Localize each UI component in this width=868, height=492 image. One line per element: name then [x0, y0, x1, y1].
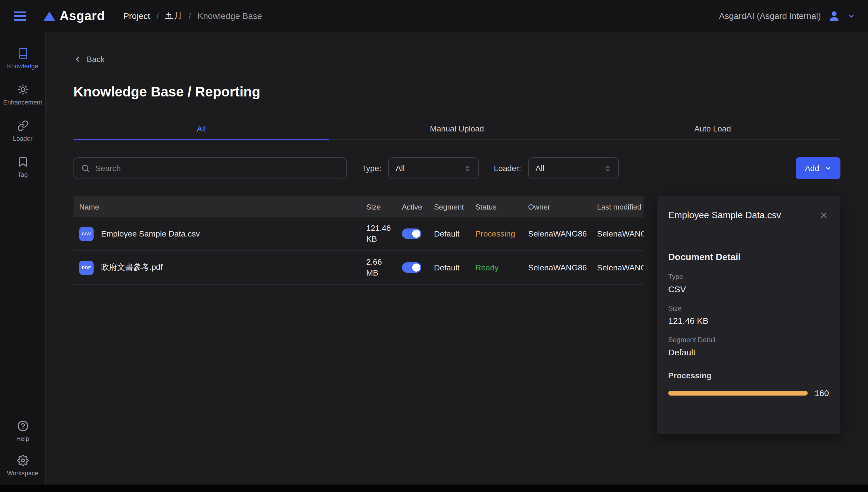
sun-icon — [17, 84, 28, 95]
loader-select[interactable]: All — [528, 157, 619, 179]
type-filter-label: Type: — [362, 164, 381, 173]
field-value-segment-detail: Default — [668, 347, 829, 357]
file-name: Employee Sample Data.csv — [101, 229, 200, 238]
sidebar-item-label: Tag — [18, 171, 28, 178]
app-shell: Knowledge Enhancement Loader Tag — [0, 31, 868, 485]
book-icon — [17, 48, 28, 59]
tab-manual-upload[interactable]: Manual Upload — [329, 117, 585, 140]
select-updown-icon — [464, 165, 472, 172]
chevron-down-icon — [825, 165, 831, 171]
column-header-last-modified: Last modified by — [591, 202, 644, 211]
column-header-segment: Segment — [428, 202, 470, 211]
tab-label: Manual Upload — [430, 124, 484, 133]
bottom-edge-strip — [0, 485, 868, 492]
type-select-value: All — [396, 164, 405, 173]
breadcrumb-current: Knowledge Base — [197, 11, 262, 21]
tab-label: Auto Load — [694, 124, 731, 133]
active-tab-indicator — [73, 139, 329, 140]
account-name: AsgardAI (Asgard Internal) — [719, 11, 821, 21]
page-title: Knowledge Base / Reporting — [73, 83, 840, 101]
file-name-cell: PDF 政府文書參考.pdf — [73, 260, 361, 275]
main-content: Back Knowledge Base / Reporting All Manu… — [46, 31, 868, 485]
logo-triangle-icon — [44, 11, 55, 20]
field-label-type: Type — [668, 273, 829, 281]
sidebar-item-label: Help — [16, 435, 29, 442]
sidebar-item-label: Loader — [13, 135, 33, 142]
breadcrumb: Project / 五月 / Knowledge Base — [123, 10, 262, 21]
toggle-knob — [412, 230, 420, 238]
last-modified-cell: SelenaWANG86 — [591, 263, 644, 272]
tab-auto-load[interactable]: Auto Load — [585, 117, 840, 140]
processing-label: Processing — [668, 371, 829, 380]
table-row[interactable]: PDF 政府文書參考.pdf 2.66 MB Default Ready Sel… — [73, 251, 644, 285]
table-header-row: Name Size Active Segment Status Owner La… — [73, 196, 644, 217]
sidebar-item-enhancement[interactable]: Enhancement — [0, 84, 45, 106]
add-button[interactable]: Add — [796, 157, 840, 179]
sidebar-bottom: Help Workspace — [0, 420, 45, 476]
drawer-section-title: Document Detail — [668, 252, 829, 262]
close-icon[interactable] — [819, 210, 829, 220]
search-icon — [81, 164, 90, 173]
drawer-title: Employee Sample Data.csv — [668, 210, 781, 220]
table-row[interactable]: CSV Employee Sample Data.csv 121.46 KB D… — [73, 217, 644, 251]
search-input[interactable] — [95, 164, 339, 173]
hamburger-menu-button[interactable] — [14, 11, 26, 20]
pdf-file-icon: PDF — [79, 260, 94, 275]
chevron-left-icon — [73, 55, 81, 63]
loader-select-value: All — [535, 164, 544, 173]
link-icon — [17, 120, 28, 131]
status-cell: Ready — [470, 263, 522, 272]
sidebar-item-help[interactable]: Help — [0, 420, 45, 442]
active-cell — [396, 262, 428, 273]
csv-file-icon: CSV — [79, 226, 94, 241]
help-icon — [17, 420, 28, 432]
sidebar: Knowledge Enhancement Loader Tag — [0, 31, 46, 485]
file-name: 政府文書參考.pdf — [101, 262, 163, 273]
column-header-name: Name — [73, 202, 361, 211]
user-avatar-icon[interactable] — [828, 9, 840, 22]
tab-all[interactable]: All — [73, 117, 329, 140]
gear-icon — [17, 455, 28, 466]
add-button-label: Add — [805, 164, 819, 173]
sidebar-item-knowledge[interactable]: Knowledge — [0, 48, 45, 70]
progress-row: 160 — [668, 388, 829, 398]
field-value-type: CSV — [668, 284, 829, 294]
owner-cell: SelenaWANG86 — [522, 229, 591, 238]
app-window: Asgard Project / 五月 / Knowledge Base Asg… — [0, 0, 868, 492]
breadcrumb-project[interactable]: Project — [123, 11, 150, 21]
back-button[interactable]: Back — [73, 54, 104, 64]
status-cell: Processing — [470, 229, 522, 238]
select-updown-icon — [604, 165, 611, 172]
column-header-size: Size — [361, 202, 396, 211]
tabs: All Manual Upload Auto Load — [73, 117, 840, 140]
progress-value: 160 — [815, 388, 829, 398]
type-select[interactable]: All — [388, 157, 479, 179]
drawer-body: Document Detail Type CSV Size 121.46 KB … — [657, 238, 840, 409]
topbar-account-area: AsgardAI (Asgard Internal) — [719, 9, 855, 22]
filter-row: Type: All Loader: All Add — [73, 157, 840, 179]
top-bar: Asgard Project / 五月 / Knowledge Base Asg… — [0, 0, 868, 31]
breadcrumb-separator: / — [156, 11, 159, 21]
detail-drawer: Employee Sample Data.csv Document Detail… — [657, 196, 840, 434]
breadcrumb-month[interactable]: 五月 — [165, 10, 182, 21]
account-chevron-down-icon[interactable] — [847, 12, 855, 20]
field-label-size: Size — [668, 304, 829, 312]
breadcrumb-separator: / — [189, 11, 191, 21]
active-toggle[interactable] — [402, 262, 421, 273]
progress-fill — [668, 391, 808, 395]
sidebar-item-workspace[interactable]: Workspace — [0, 455, 45, 476]
field-label-segment-detail: Segment Detail — [668, 336, 829, 344]
tab-label: All — [197, 124, 206, 133]
sidebar-item-tag[interactable]: Tag — [0, 156, 45, 178]
file-size-cell: 2.66 MB — [361, 256, 396, 278]
column-header-owner: Owner — [522, 202, 591, 211]
sidebar-item-label: Enhancement — [3, 99, 42, 106]
segment-cell: Default — [428, 263, 470, 272]
sidebar-item-label: Knowledge — [7, 63, 39, 70]
sidebar-item-loader[interactable]: Loader — [0, 120, 45, 142]
active-toggle[interactable] — [402, 228, 421, 239]
owner-cell: SelenaWANG86 — [522, 263, 591, 272]
progress-bar — [668, 391, 808, 395]
segment-cell: Default — [428, 229, 470, 238]
bookmark-icon — [17, 156, 28, 168]
